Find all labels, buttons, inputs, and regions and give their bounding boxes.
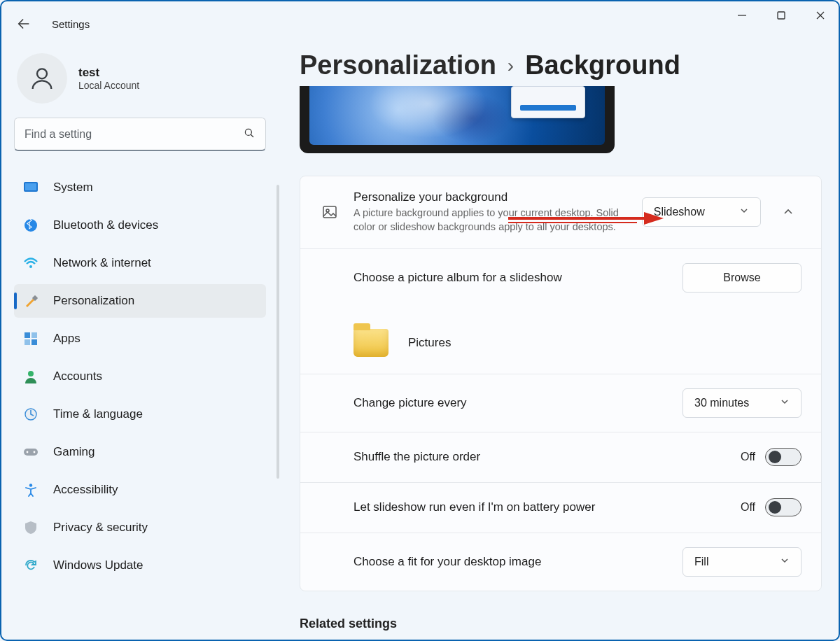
topbar: Settings [11, 11, 90, 36]
svg-rect-19 [24, 449, 38, 456]
svg-point-20 [27, 451, 29, 453]
sidebar-scrollbar[interactable] [276, 185, 279, 479]
interval-dropdown[interactable]: 30 minutes [682, 388, 802, 418]
browse-button[interactable]: Browse [682, 263, 802, 293]
search-placeholder: Find a setting [24, 128, 236, 141]
svg-point-6 [245, 129, 251, 135]
row-choose-album: Choose a picture album for a slideshow B… [300, 248, 821, 374]
folder-icon[interactable] [354, 329, 388, 357]
row-title: Let slideshow run even if I'm on battery… [354, 500, 634, 514]
collapse-section-button[interactable] [775, 198, 802, 226]
sidebar-item-network[interactable]: Network & internet [14, 246, 266, 280]
row-title: Personalize your background [354, 190, 628, 204]
bluetooth-icon [22, 217, 39, 234]
related-settings-header: Related settings [300, 617, 822, 631]
sidebar-item-label: Bluetooth & devices [53, 218, 158, 232]
breadcrumb-parent[interactable]: Personalization [300, 50, 496, 80]
window-controls [722, 0, 840, 31]
user-name: test [78, 66, 139, 80]
row-title: Choose a picture album for a slideshow [354, 271, 668, 285]
avatar [17, 53, 67, 104]
sidebar-item-system[interactable]: System [14, 171, 266, 204]
sidebar-item-label: Network & internet [53, 256, 151, 270]
apps-icon [22, 330, 39, 347]
battery-toggle[interactable] [765, 498, 802, 516]
back-button[interactable] [11, 11, 36, 36]
search-icon [243, 127, 255, 142]
toggle-thumb [769, 451, 781, 463]
row-title: Shuffle the picture order [354, 450, 727, 464]
picture-icon [320, 202, 340, 222]
folder-name: Pictures [408, 336, 451, 350]
person-icon [22, 368, 39, 385]
sidebar-item-label: Privacy & security [53, 521, 148, 535]
dropdown-value: Slideshow [654, 206, 705, 218]
sidebar-item-label: Personalization [53, 294, 134, 308]
sidebar-item-personalization[interactable]: Personalization [14, 284, 266, 318]
svg-rect-9 [25, 183, 36, 190]
accessibility-icon [22, 481, 39, 498]
svg-line-7 [251, 134, 253, 137]
search-input[interactable]: Find a setting [14, 118, 266, 151]
gamepad-icon [22, 444, 39, 460]
svg-rect-16 [31, 339, 37, 345]
wifi-icon [22, 255, 39, 272]
toggle-state-label: Off [741, 501, 755, 514]
system-icon [22, 179, 39, 196]
svg-point-17 [28, 371, 34, 376]
chevron-down-icon [780, 397, 790, 409]
sidebar-item-apps[interactable]: Apps [14, 322, 266, 355]
background-type-dropdown[interactable]: Slideshow [642, 197, 761, 227]
main-content: Personalization › Background Personalize… [300, 50, 822, 641]
desktop-preview [300, 86, 615, 153]
row-battery: Let slideshow run even if I'm on battery… [300, 482, 821, 533]
minimize-button[interactable] [722, 0, 762, 31]
sidebar-item-time-language[interactable]: Time & language [14, 397, 266, 431]
svg-point-21 [34, 451, 36, 453]
sidebar-item-label: Accounts [53, 369, 102, 383]
preview-window-overlay [511, 86, 585, 118]
sidebar-item-label: Time & language [53, 407, 143, 421]
row-title: Change picture every [354, 396, 668, 410]
svg-point-11 [29, 265, 32, 268]
svg-rect-15 [24, 339, 30, 345]
row-shuffle: Shuffle the picture order Off [300, 432, 821, 482]
row-description: A picture background applies to your cur… [354, 206, 628, 234]
sidebar-item-windows-update[interactable]: Windows Update [14, 549, 266, 582]
globe-clock-icon [22, 406, 39, 423]
svg-rect-13 [24, 332, 30, 338]
svg-rect-23 [323, 206, 336, 218]
sidebar-item-accessibility[interactable]: Accessibility [14, 473, 266, 507]
paintbrush-icon [22, 293, 39, 309]
sidebar-item-gaming[interactable]: Gaming [14, 435, 266, 469]
wallpaper-preview [309, 86, 605, 145]
breadcrumb-current: Background [525, 50, 680, 80]
close-button[interactable] [801, 0, 840, 31]
shield-icon [22, 519, 39, 536]
row-title: Choose a fit for your desktop image [354, 555, 668, 569]
row-personalize-background: Personalize your background A picture ba… [300, 176, 821, 248]
background-settings-card: Personalize your background A picture ba… [300, 176, 822, 591]
sidebar-item-privacy[interactable]: Privacy & security [14, 511, 266, 544]
shuffle-toggle[interactable] [765, 448, 802, 466]
breadcrumb: Personalization › Background [300, 50, 822, 80]
row-fit: Choose a fit for your desktop image Fill [300, 533, 821, 591]
update-icon [22, 557, 39, 574]
fit-dropdown[interactable]: Fill [682, 547, 802, 577]
dropdown-value: 30 minutes [694, 397, 749, 409]
chevron-down-icon [739, 206, 749, 218]
sidebar-item-label: Windows Update [53, 558, 144, 572]
chevron-right-icon: › [507, 55, 514, 77]
maximize-button[interactable] [762, 0, 801, 31]
svg-point-22 [29, 484, 32, 486]
user-info[interactable]: test Local Account [14, 50, 266, 118]
sidebar-item-accounts[interactable]: Accounts [14, 360, 266, 393]
user-subtitle: Local Account [78, 80, 139, 91]
toggle-thumb [769, 501, 781, 514]
svg-rect-14 [31, 332, 37, 338]
row-change-interval: Change picture every 30 minutes [300, 374, 821, 432]
sidebar: test Local Account Find a setting System… [14, 50, 266, 586]
toggle-state-label: Off [741, 451, 755, 463]
sidebar-item-bluetooth[interactable]: Bluetooth & devices [14, 209, 266, 242]
sidebar-item-label: Gaming [53, 445, 95, 459]
